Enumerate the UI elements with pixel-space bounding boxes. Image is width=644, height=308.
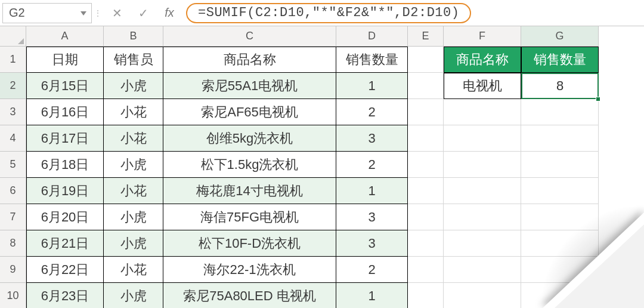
- row-header[interactable]: 2: [0, 73, 26, 99]
- cell-D6[interactable]: 1: [336, 178, 408, 204]
- column-header[interactable]: E: [408, 26, 444, 47]
- cell-A8[interactable]: 6月21日: [26, 230, 104, 257]
- cell-A1[interactable]: 日期: [26, 47, 104, 73]
- row-header[interactable]: 5: [0, 152, 26, 178]
- cell-C8[interactable]: 松下10F-D洗衣机: [163, 230, 336, 257]
- cell-F7[interactable]: [444, 204, 521, 230]
- row-header[interactable]: 8: [0, 230, 26, 257]
- cell-G2[interactable]: 8: [521, 73, 599, 99]
- cell-B3[interactable]: 小花: [104, 99, 163, 125]
- cell-F4[interactable]: [444, 125, 521, 152]
- cell-D2[interactable]: 1: [336, 73, 408, 99]
- cell-G6[interactable]: [521, 178, 599, 204]
- cell-C10[interactable]: 索尼75A80LED 电视机: [163, 283, 336, 308]
- cell-D5[interactable]: 2: [336, 152, 408, 178]
- column-header[interactable]: B: [104, 26, 163, 47]
- cell-D4[interactable]: 3: [336, 125, 408, 152]
- cell-G5[interactable]: [521, 152, 599, 178]
- cell-C6[interactable]: 梅花鹿14寸电视机: [163, 178, 336, 204]
- cell-B4[interactable]: 小花: [104, 125, 163, 152]
- row-header[interactable]: 4: [0, 125, 26, 152]
- cell-C5[interactable]: 松下1.5kg洗衣机: [163, 152, 336, 178]
- cell-G9[interactable]: [521, 257, 599, 283]
- cancel-formula-button[interactable]: ✕: [104, 3, 130, 23]
- table-row: 6月15日 小虎 索尼55A1电视机 1 电视机 8: [26, 73, 599, 99]
- cell-F2[interactable]: 电视机: [444, 73, 521, 99]
- cell-A7[interactable]: 6月20日: [26, 204, 104, 230]
- confirm-formula-button[interactable]: ✓: [130, 3, 156, 23]
- cell-A9[interactable]: 6月22日: [26, 257, 104, 283]
- cell-F5[interactable]: [444, 152, 521, 178]
- cell-B5[interactable]: 小虎: [104, 152, 163, 178]
- row-header[interactable]: 9: [0, 257, 26, 283]
- cell-E7[interactable]: [408, 204, 444, 230]
- row-header[interactable]: 1: [0, 47, 26, 73]
- column-header[interactable]: C: [163, 26, 336, 47]
- cell-E4[interactable]: [408, 125, 444, 152]
- cell-C2[interactable]: 索尼55A1电视机: [163, 73, 336, 99]
- cell-E8[interactable]: [408, 230, 444, 257]
- row-header[interactable]: 6: [0, 178, 26, 204]
- cell-B6[interactable]: 小花: [104, 178, 163, 204]
- cell-F6[interactable]: [444, 178, 521, 204]
- cell-D8[interactable]: 3: [336, 230, 408, 257]
- column-header-strip: A B C D E F G: [26, 26, 599, 47]
- cell-A6[interactable]: 6月19日: [26, 178, 104, 204]
- cell-E2[interactable]: [408, 73, 444, 99]
- cell-F1[interactable]: 商品名称: [444, 47, 521, 73]
- cell-D7[interactable]: 3: [336, 204, 408, 230]
- cell-F9[interactable]: [444, 257, 521, 283]
- cell-G4[interactable]: [521, 125, 599, 152]
- cell-A2[interactable]: 6月15日: [26, 73, 104, 99]
- cell-A10[interactable]: 6月23日: [26, 283, 104, 308]
- row-header[interactable]: 10: [0, 283, 26, 308]
- cell-G7[interactable]: [521, 204, 599, 230]
- cell-C3[interactable]: 索尼AF65电视机: [163, 99, 336, 125]
- column-header[interactable]: F: [444, 26, 521, 47]
- cell-C9[interactable]: 海尔22-1洗衣机: [163, 257, 336, 283]
- cell-G1[interactable]: 销售数量: [521, 47, 599, 73]
- cell-B2[interactable]: 小虎: [104, 73, 163, 99]
- chevron-down-icon[interactable]: [80, 10, 86, 17]
- cell-B1[interactable]: 销售员: [104, 47, 163, 73]
- cell-E10[interactable]: [408, 283, 444, 308]
- formula-text: =SUMIF(C2:D10,"*"&F2&"*",D2:D10): [198, 5, 459, 20]
- row-header[interactable]: 3: [0, 99, 26, 125]
- cell-G8[interactable]: [521, 230, 599, 257]
- cell-E3[interactable]: [408, 99, 444, 125]
- cell-C4[interactable]: 创维5kg洗衣机: [163, 125, 336, 152]
- cell-F3[interactable]: [444, 99, 521, 125]
- cell-F10[interactable]: [444, 283, 521, 308]
- cell-A3[interactable]: 6月16日: [26, 99, 104, 125]
- row-header[interactable]: 7: [0, 204, 26, 230]
- cell-G3[interactable]: [521, 99, 599, 125]
- cell-D9[interactable]: 2: [336, 257, 408, 283]
- formula-input[interactable]: =SUMIF(C2:D10,"*"&F2&"*",D2:D10): [186, 3, 471, 23]
- select-all-corner[interactable]: [0, 26, 26, 47]
- cell-F8[interactable]: [444, 230, 521, 257]
- cell-B10[interactable]: 小虎: [104, 283, 163, 308]
- table-row: 6月16日 小花 索尼AF65电视机 2: [26, 99, 599, 125]
- fx-icon[interactable]: fx: [156, 3, 182, 23]
- cell-D3[interactable]: 2: [336, 99, 408, 125]
- cell-E1[interactable]: [408, 47, 444, 73]
- formula-bar: G2 ⋮ ✕ ✓ fx =SUMIF(C2:D10,"*"&F2&"*",D2:…: [0, 0, 644, 26]
- column-header[interactable]: D: [336, 26, 408, 47]
- cell-C1[interactable]: 商品名称: [163, 47, 336, 73]
- name-box[interactable]: G2: [2, 3, 92, 23]
- cell-E9[interactable]: [408, 257, 444, 283]
- fill-handle-icon[interactable]: [596, 97, 600, 101]
- cell-A5[interactable]: 6月18日: [26, 152, 104, 178]
- cell-D1[interactable]: 销售数量: [336, 47, 408, 73]
- cell-G10[interactable]: [521, 283, 599, 308]
- cell-E6[interactable]: [408, 178, 444, 204]
- cell-C7[interactable]: 海信75FG电视机: [163, 204, 336, 230]
- cell-B8[interactable]: 小虎: [104, 230, 163, 257]
- cell-D10[interactable]: 1: [336, 283, 408, 308]
- column-header[interactable]: A: [26, 26, 104, 47]
- cell-B7[interactable]: 小虎: [104, 204, 163, 230]
- cell-E5[interactable]: [408, 152, 444, 178]
- cell-A4[interactable]: 6月17日: [26, 125, 104, 152]
- cell-B9[interactable]: 小花: [104, 257, 163, 283]
- column-header[interactable]: G: [521, 26, 599, 47]
